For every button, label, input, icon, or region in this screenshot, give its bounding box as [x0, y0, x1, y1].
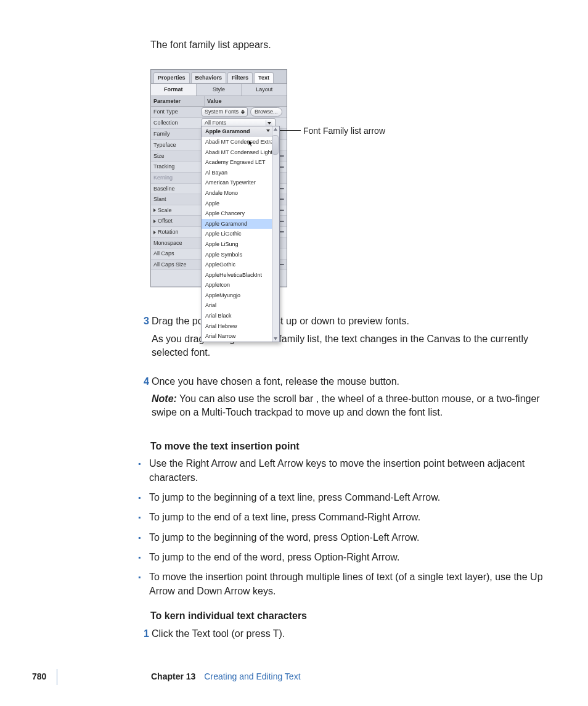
font-list-item[interactable]: Abadi MT Condensed Extra: [202, 137, 279, 147]
bullet-icon: ▪: [138, 491, 149, 504]
bullet-text: To jump to the beginning of a text line,…: [149, 491, 557, 504]
header-parameter: Parameter: [151, 96, 205, 107]
page-footer: 780 Chapter 13 Creating and Editing Text: [32, 669, 556, 685]
font-list-item[interactable]: AppleHelveticaBlackInt: [202, 270, 279, 281]
tab-properties[interactable]: Properties: [153, 72, 190, 83]
bullet-icon: ▪: [138, 457, 149, 485]
footer-divider: [57, 669, 57, 685]
font-list-item[interactable]: Apple: [202, 199, 279, 209]
param-kerning: Kerning: [151, 173, 199, 183]
param-collection: Collection: [151, 118, 199, 128]
bullet-item: ▪To jump to the beginning of a text line…: [150, 491, 557, 504]
param-tracking: Tracking: [151, 162, 199, 172]
header-value: Value: [205, 96, 287, 107]
bullet-item: ▪To jump to the beginning of the word, p…: [150, 531, 557, 544]
step-4: 4 Once you have chosen a font, release t…: [150, 375, 557, 429]
font-list-item[interactable]: Arial: [202, 300, 279, 311]
kern-step-1-text: Click the Text tool (or press T).: [152, 628, 285, 639]
param-all-caps-size: All Caps Size: [151, 260, 199, 270]
font-list-item[interactable]: Apple LiGothic: [202, 229, 279, 239]
bullet-item: ▪To jump to the end of a text line, pres…: [150, 511, 557, 524]
subtab-style[interactable]: Style: [197, 84, 242, 96]
step-4-text: Once you have chosen a font, release the…: [152, 376, 399, 387]
minus-icon[interactable]: [279, 231, 284, 232]
param-all-caps: All Caps: [151, 248, 199, 259]
step-4-note: Note: You can also use the scroll bar , …: [152, 392, 557, 420]
font-list-item[interactable]: AppleMyungjo: [202, 290, 279, 301]
param-font-type: Font Type: [151, 107, 199, 117]
param-family: Family: [151, 129, 199, 139]
minus-icon[interactable]: [279, 221, 284, 222]
font-list-item[interactable]: AppleGothic: [202, 260, 279, 270]
chapter-title: Creating and Editing Text: [204, 671, 300, 683]
subhead-kern-characters: To kern individual text characters: [150, 609, 557, 623]
param-rotation: Rotation: [151, 227, 199, 237]
bullet-icon: ▪: [138, 511, 149, 524]
param-scale: Scale: [151, 205, 199, 216]
minus-icon[interactable]: [279, 166, 284, 168]
font-list-item[interactable]: Apple Chancery: [202, 208, 279, 219]
bullet-item: ▪To jump to the end of the word, press O…: [150, 551, 557, 564]
tab-filters[interactable]: Filters: [227, 72, 253, 83]
param-slant: Slant: [151, 194, 199, 205]
font-list-item[interactable]: Abadi MT Condensed Light: [202, 147, 279, 158]
font-list-item[interactable]: Arial Hebrew: [202, 321, 279, 332]
intro-text: The font family list appears.: [150, 38, 557, 52]
chapter-label: Chapter 13: [151, 671, 195, 683]
param-size: Size: [151, 151, 199, 162]
page-number: 780: [32, 671, 57, 683]
minus-icon[interactable]: [279, 155, 284, 157]
updown-arrows-icon: [241, 110, 245, 115]
param-baseline: Baseline: [151, 184, 199, 194]
subtab-layout[interactable]: Layout: [242, 84, 287, 96]
bullet-item: ▪To move the insertion point through mul…: [150, 570, 557, 598]
bullet-item: ▪Use the Right Arrow and Left Arrow keys…: [150, 457, 557, 485]
minus-icon[interactable]: [279, 188, 284, 189]
param-typeface: Typeface: [151, 140, 199, 150]
subtab-format[interactable]: Format: [151, 84, 197, 96]
step-number: 1: [137, 627, 149, 641]
tab-text[interactable]: Text: [254, 72, 274, 83]
minus-icon[interactable]: [279, 264, 284, 265]
disclosure-right-icon[interactable]: [153, 231, 156, 234]
panel-tabs-row: Properties Behaviors Filters Text: [151, 70, 287, 84]
step-3-text: Drag the pointer in the font list up or …: [152, 316, 409, 326]
browse-button[interactable]: Browse...: [250, 107, 282, 117]
font-list-item[interactable]: Arial Black: [202, 311, 279, 321]
bullet-text: To jump to the beginning of the word, pr…: [149, 531, 557, 544]
font-list-item[interactable]: American Typewriter: [202, 178, 279, 188]
font-list-item[interactable]: AppleIcon: [202, 280, 279, 290]
font-list-item[interactable]: Apple Symbols: [202, 250, 279, 260]
chevron-down-icon: [266, 120, 272, 126]
font-list-item[interactable]: Andale Mono: [202, 188, 279, 199]
bullet-icon: ▪: [138, 551, 149, 564]
font-list-item[interactable]: Academy Engraved LET: [202, 157, 279, 168]
font-type-select-value: System Fonts: [205, 108, 239, 116]
scrollbar[interactable]: [272, 126, 279, 341]
font-list-item[interactable]: Al Bayan: [202, 168, 279, 178]
font-list-item[interactable]: Apple Garamond: [202, 126, 279, 137]
callout-label: Font Family list arrow: [303, 125, 385, 138]
bullet-icon: ▪: [138, 531, 149, 544]
bullet-text: To jump to the end of a text line, press…: [149, 511, 557, 524]
bullet-text: To move the insertion point through mult…: [149, 570, 557, 598]
param-scale-label: Scale: [158, 207, 172, 213]
font-list-item[interactable]: Arial Narrow: [202, 331, 279, 342]
tab-behaviors[interactable]: Behaviors: [191, 72, 227, 83]
bullet-text: Use the Right Arrow and Left Arrow keys …: [149, 457, 557, 485]
param-offset-label: Offset: [158, 218, 173, 224]
font-list-item-selected[interactable]: Apple Garamond: [202, 219, 279, 229]
note-label: Note:: [152, 393, 177, 404]
font-list-item[interactable]: Apple LiSung: [202, 239, 279, 250]
param-rotation-label: Rotation: [158, 229, 179, 235]
minus-icon[interactable]: [279, 199, 284, 200]
font-type-select[interactable]: System Fonts: [202, 107, 248, 117]
disclosure-right-icon[interactable]: [153, 208, 156, 212]
panel-subtabs-row: Format Style Layout: [151, 84, 287, 96]
bullet-text: To jump to the end of the word, press Op…: [149, 551, 557, 564]
minus-icon[interactable]: [279, 210, 284, 211]
param-monospace: Monospace: [151, 238, 199, 248]
font-family-popover[interactable]: Apple Garamond Abadi MT Condensed Extra …: [201, 126, 280, 342]
scrollbar-thumb[interactable]: [272, 135, 279, 155]
disclosure-right-icon[interactable]: [153, 220, 156, 223]
